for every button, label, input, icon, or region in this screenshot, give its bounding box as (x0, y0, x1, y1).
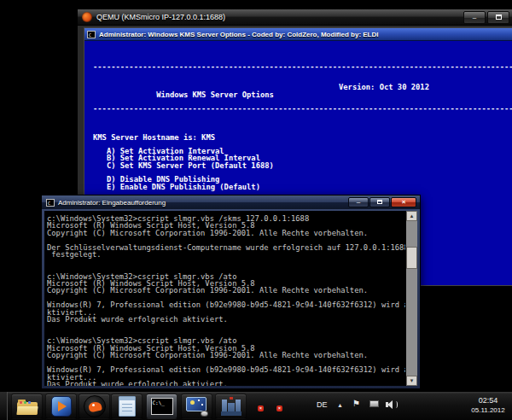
taskbar-item-qemu[interactable] (79, 394, 110, 419)
display-settings-icon (186, 396, 208, 417)
command-prompt-icon: C:\_ (151, 398, 173, 415)
qemu-minimize-button[interactable]: – (463, 11, 486, 24)
network-error-badge: × (276, 405, 282, 411)
taskbar: C:\_ DE ▲ ⚑ × × 02:54 05.11.2012 (0, 391, 512, 420)
qemu-titlebar[interactable]: QEMU (KMSmicro IP-127.0.0.1:1688) – (78, 9, 512, 26)
qemu-logo-icon (82, 12, 92, 22)
cmd-console-output: c:\Windows\System32>cscript slmgr.vbs /s… (47, 215, 405, 386)
qemu-window-controls: – (463, 11, 509, 24)
taskbar-item-notepad[interactable] (111, 394, 143, 419)
cmd-scrollbar[interactable]: ▲ ▼ (406, 211, 417, 386)
qemu-bird-icon (84, 395, 106, 417)
cmd-output-line: Windows(R) 7, Professional edition (b92e… (47, 366, 405, 373)
taskbar-clock[interactable]: 02:54 05.11.2012 (468, 396, 509, 415)
kms-header-title: Windows KMS Server Options (148, 90, 274, 99)
language-indicator[interactable]: DE (317, 400, 328, 409)
cmd-window: C Administrator: Eingabeaufforderung – ×… (41, 195, 421, 389)
cmd-titlebar[interactable]: C Administrator: Eingabeaufforderung – × (42, 195, 420, 209)
explorer-folder-icon (17, 399, 38, 415)
cmd-output-line: Das Produkt wurde erfolgreich aktiviert. (47, 381, 405, 386)
notepad-icon (119, 396, 136, 417)
taskbar-item-cmd[interactable]: C:\_ (146, 394, 177, 419)
cmd-window-controls: – × (347, 197, 416, 207)
taskbar-item-display-settings[interactable] (181, 394, 212, 419)
maximize-icon (377, 200, 382, 204)
action-center-flag-icon[interactable]: ⚑ (352, 399, 360, 408)
cmd-window-title: Administrator: Eingabeaufforderung (58, 199, 166, 207)
network-status-icon[interactable] (369, 400, 380, 409)
action-center-error-badge: × (258, 405, 264, 411)
scrollbar-thumb[interactable] (406, 247, 417, 269)
kms-version-label: Version: Oct 30 2012 (339, 84, 429, 90)
kms-menu-line: E) Enable DNS Publishing (Default) (93, 184, 512, 190)
qemu-window-title: QEMU (KMSmicro IP-127.0.0.1:1688) (96, 13, 225, 21)
desktop: QEMU (KMSmicro IP-127.0.0.1:1688) – C Ad… (0, 0, 512, 420)
taskbar-left-edge (0, 392, 8, 420)
taskbar-item-media-player[interactable] (45, 394, 77, 419)
cmd-output-line: Copyright (C) Microsoft Corporation 1996… (47, 230, 405, 236)
cmd-close-button[interactable]: × (391, 197, 416, 207)
cmd-output-line: Copyright (C) Microsoft Corporation 1996… (47, 352, 405, 359)
kms-menu-line: C) Set KMS Server Port (Default 1688) (93, 162, 512, 169)
kms-titlebar[interactable]: C Administrator: Windows KMS Server Opti… (84, 28, 512, 41)
show-hidden-icons-chevron-icon[interactable]: ▲ (337, 402, 343, 408)
cmd-maximize-button[interactable] (369, 197, 390, 207)
volume-icon[interactable] (386, 400, 398, 410)
taskbar-item-castle-app[interactable] (215, 394, 247, 419)
kms-window-title: Administrator: Windows KMS Server Option… (99, 31, 379, 38)
taskbar-item-explorer[interactable] (11, 394, 43, 419)
cmd-output-line (47, 259, 405, 265)
clock-time: 02:54 (468, 396, 509, 405)
media-player-icon (51, 396, 72, 417)
maximize-icon (496, 15, 502, 20)
cmd-minimize-button[interactable]: – (348, 197, 369, 207)
cmd-output-line (47, 324, 405, 330)
console-icon: C (87, 31, 96, 38)
kms-header-row: Windows KMS Server Options Version: Oct … (93, 84, 512, 90)
kms-menu-line: KMS Server Hostname is: KMS (93, 134, 512, 141)
cmd-output-line: Copyright (C) Microsoft Corporation 1996… (47, 287, 405, 294)
cmd-output-line: festgelegt. (47, 251, 405, 258)
scrollbar-up-icon[interactable]: ▲ (406, 211, 417, 221)
clock-date: 05.11.2012 (468, 405, 509, 415)
castle-app-icon (221, 397, 241, 416)
scrollbar-down-icon[interactable]: ▼ (406, 376, 417, 386)
cmd-console-body: c:\Windows\System32>cscript slmgr.vbs /s… (44, 211, 417, 386)
kms-divider: ----------------------------------------… (93, 63, 512, 70)
cmd-output-line: Das Produkt wurde erfolgreich aktiviert. (47, 316, 405, 323)
cmd-console-icon: C (46, 199, 55, 207)
qemu-maximize-button[interactable] (487, 11, 509, 24)
cmd-output-line: Windows(R) 7, Professional edition (b92e… (47, 301, 405, 308)
kms-divider: ----------------------------------------… (93, 105, 512, 112)
